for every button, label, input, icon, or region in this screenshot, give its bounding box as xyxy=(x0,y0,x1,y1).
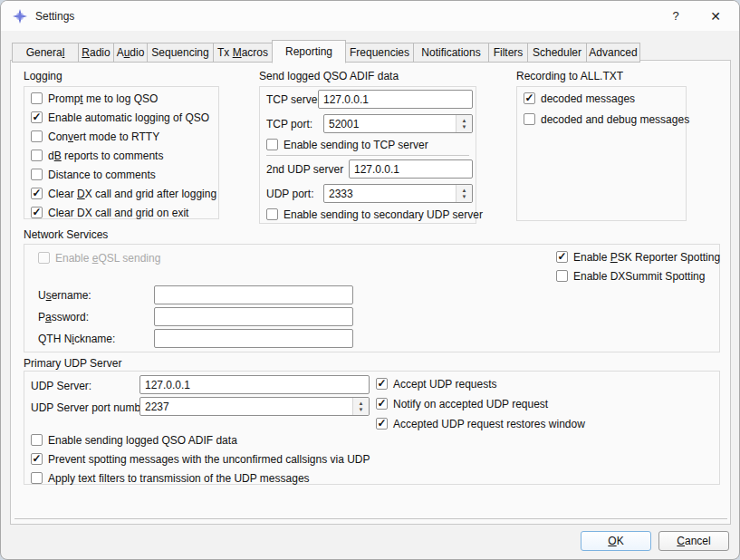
checkbox-box: ✓ xyxy=(556,251,568,263)
recording-group-frame xyxy=(516,86,687,221)
spinner-buttons[interactable]: ▲▼ xyxy=(456,115,472,132)
checkbox-box xyxy=(524,113,535,125)
checkbox-dxsummit-spotting[interactable]: Enable DXSummit Spotting xyxy=(556,269,705,283)
checkbox-label: Enable eQSL sending xyxy=(55,252,160,265)
tcp-port-label: TCP port: xyxy=(266,118,312,130)
qth-nickname-input[interactable] xyxy=(154,329,353,348)
spin-down-icon[interactable]: ▼ xyxy=(462,124,467,130)
checkbox-distance-comments[interactable]: Distance to comments xyxy=(31,168,156,181)
checkbox-prevent-spotting-unconfirmed[interactable]: ✓Prevent spotting messages with the unco… xyxy=(31,452,370,466)
check-mark: ✓ xyxy=(32,111,41,122)
checkbox-label: Prevent spotting messages with the uncon… xyxy=(48,453,370,466)
tab-sequencing[interactable]: Sequencing xyxy=(147,43,214,63)
primary-udp-group-title: Primary UDP Server xyxy=(24,357,121,370)
ok-button[interactable]: OK xyxy=(581,531,651,551)
username-label: Username: xyxy=(38,289,91,302)
checkbox-auto-logging[interactable]: ✓Enable automatic logging of QSO xyxy=(31,111,209,124)
checkbox-label: Distance to comments xyxy=(48,169,156,181)
checkbox-label: decoded and debug messages xyxy=(541,113,689,126)
password-label: Password: xyxy=(38,311,89,323)
checkbox-apply-text-filters-udp[interactable]: Apply text filters to transmission of th… xyxy=(31,471,310,485)
checkbox-notify-udp-request[interactable]: ✓Notify on accepted UDP request xyxy=(376,397,548,410)
window-title: Settings xyxy=(35,10,74,23)
tab-audio[interactable]: Audio xyxy=(113,43,148,63)
udp-server-input[interactable] xyxy=(139,375,370,394)
tab-radio[interactable]: Radio xyxy=(78,43,114,63)
checkbox-label: Accepted UDP request restores window xyxy=(393,418,585,430)
checkbox-prompt-me-to-log[interactable]: Prompt me to log QSO xyxy=(31,92,158,105)
checkbox-box xyxy=(31,130,43,142)
checkbox-convert-rtty[interactable]: Convert mode to RTTY xyxy=(31,130,159,143)
network-group-title: Network Services xyxy=(24,228,108,241)
adif-separator-line xyxy=(266,155,469,156)
checkbox-box xyxy=(556,270,568,282)
tab-notifications[interactable]: Notifications xyxy=(413,43,489,63)
checkbox-psk-reporter-spotting[interactable]: ✓Enable PSK Reporter Spotting xyxy=(556,250,720,264)
checkbox-clear-dx-after-logging[interactable]: ✓Clear DX call and grid after logging xyxy=(31,187,216,200)
check-mark: ✓ xyxy=(377,398,386,409)
spin-up-icon[interactable]: ▲ xyxy=(462,188,467,193)
reporting-tab-pane: Logging Prompt me to log QSO ✓Enable aut… xyxy=(10,60,731,525)
close-button[interactable]: ✕ xyxy=(696,2,735,31)
udp2-port-input[interactable] xyxy=(323,184,473,203)
username-input[interactable] xyxy=(154,285,353,304)
checkbox-decoded-debug-messages[interactable]: decoded and debug messages xyxy=(524,112,689,126)
tab-frequencies[interactable]: Frequencies xyxy=(345,43,414,63)
checkbox-label: decoded messages xyxy=(541,92,635,105)
spin-down-icon[interactable]: ▼ xyxy=(359,407,364,412)
adif-group-title: Send logged QSO ADIF data xyxy=(259,70,399,82)
settings-dialog: Settings ? ✕ General Radio Audio Sequenc… xyxy=(0,0,740,560)
tcp-server-input[interactable] xyxy=(318,90,473,109)
udp2-server-label: 2nd UDP server xyxy=(266,163,343,176)
checkbox-label: Clear DX call and grid after logging xyxy=(48,188,216,200)
checkbox-enable-tcp-sending[interactable]: Enable sending to TCP server xyxy=(266,138,428,151)
spinner-buttons[interactable]: ▲▼ xyxy=(456,185,472,202)
check-mark: ✓ xyxy=(32,188,41,198)
tcp-port-input[interactable] xyxy=(323,114,473,133)
spinner-buttons[interactable]: ▲▼ xyxy=(352,398,369,415)
checkbox-accept-udp-requests[interactable]: ✓Accept UDP requests xyxy=(376,377,497,391)
title-bar: Settings ? ✕ xyxy=(1,1,739,31)
tab-bar: General Radio Audio Sequencing Tx Macros… xyxy=(12,40,639,63)
checkbox-box: ✓ xyxy=(376,418,388,430)
checkbox-box: ✓ xyxy=(31,111,43,123)
spin-up-icon[interactable]: ▲ xyxy=(359,401,364,406)
udp2-port-spinbox: ▲▼ xyxy=(323,184,473,203)
checkbox-enable-sending-adif-udp[interactable]: Enable sending logged QSO ADIF data xyxy=(31,433,237,447)
password-input[interactable] xyxy=(154,307,353,326)
checkbox-udp-restores-window[interactable]: ✓Accepted UDP request restores window xyxy=(376,417,585,430)
checkbox-db-reports[interactable]: dB reports to comments xyxy=(31,149,163,162)
checkbox-box: ✓ xyxy=(376,398,388,410)
cancel-button[interactable]: Cancel xyxy=(658,531,729,551)
check-mark: ✓ xyxy=(557,251,566,262)
tab-reporting[interactable]: Reporting xyxy=(272,40,346,63)
udp2-server-input[interactable] xyxy=(349,159,473,179)
help-button[interactable]: ? xyxy=(656,2,696,31)
primary-udp-group-frame xyxy=(24,371,720,485)
checkbox-box xyxy=(31,92,43,104)
checkbox-enable-eqsl: Enable eQSL sending xyxy=(38,251,160,265)
check-mark: ✓ xyxy=(377,378,386,389)
tab-advanced[interactable]: Advanced xyxy=(586,43,640,63)
checkbox-label: Enable PSK Reporter Spotting xyxy=(573,251,720,264)
checkbox-label: Convert mode to RTTY xyxy=(48,130,159,143)
spin-up-icon[interactable]: ▲ xyxy=(462,118,467,123)
checkbox-label: Enable sending logged QSO ADIF data xyxy=(48,434,237,447)
tab-tx-macros[interactable]: Tx Macros xyxy=(213,43,273,63)
checkbox-box xyxy=(31,169,43,180)
tab-general[interactable]: General xyxy=(12,43,79,63)
checkbox-box xyxy=(31,434,43,446)
checkbox-label: Prompt me to log QSO xyxy=(48,92,158,105)
spin-down-icon[interactable]: ▼ xyxy=(462,194,467,199)
checkbox-clear-dx-on-exit[interactable]: ✓Clear DX call and grid on exit xyxy=(31,206,188,219)
checkbox-box xyxy=(31,150,43,161)
qth-nickname-label: QTH Nickname: xyxy=(38,333,115,345)
checkbox-enable-secondary-udp[interactable]: Enable sending to secondary UDP server xyxy=(266,208,483,221)
udp-port-input[interactable] xyxy=(139,397,370,416)
checkbox-decoded-messages[interactable]: ✓decoded messages xyxy=(524,92,635,105)
checkbox-box: ✓ xyxy=(31,207,43,218)
udp-port-label: UDP Server port number: xyxy=(31,401,153,414)
checkbox-label: Enable sending to TCP server xyxy=(284,139,428,151)
tab-filters[interactable]: Filters xyxy=(488,43,528,63)
tab-scheduler[interactable]: Scheduler xyxy=(527,43,587,63)
